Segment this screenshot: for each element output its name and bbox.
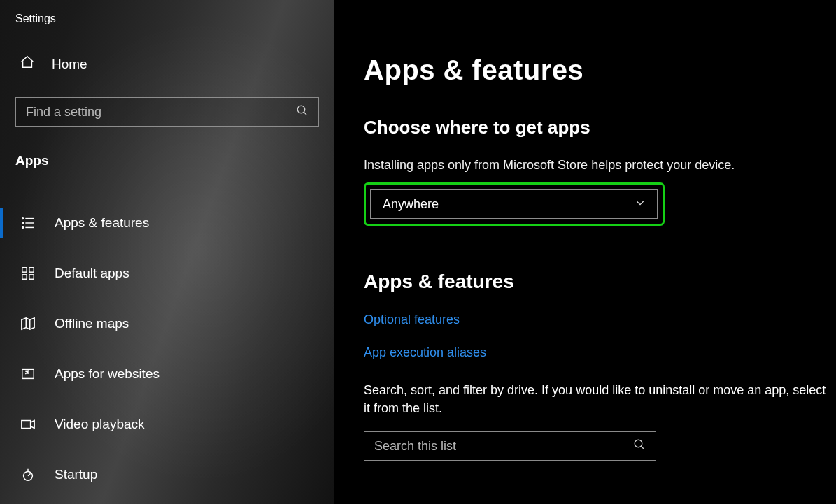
- nav-label: Offline maps: [55, 316, 129, 331]
- video-icon: [20, 417, 36, 432]
- svg-rect-11: [29, 275, 34, 279]
- svg-line-20: [28, 473, 31, 476]
- apps-features-subheading: Apps & features: [364, 271, 836, 293]
- search-icon: [633, 438, 646, 454]
- sidebar-item-apps-features[interactable]: Apps & features: [0, 198, 334, 248]
- app-execution-aliases-link[interactable]: App execution aliases: [364, 345, 486, 360]
- home-nav[interactable]: Home: [0, 25, 334, 73]
- svg-rect-10: [22, 275, 27, 279]
- svg-marker-12: [22, 318, 34, 330]
- svg-point-7: [22, 227, 24, 229]
- svg-line-1: [304, 112, 306, 115]
- svg-point-22: [635, 440, 642, 447]
- list-icon: [20, 215, 36, 231]
- settings-sidebar: Settings Home Apps: [0, 0, 334, 504]
- choose-where-value: Anywhere: [383, 197, 439, 212]
- open-external-icon: [20, 366, 36, 382]
- chevron-down-icon: [635, 197, 646, 211]
- sidebar-search: [15, 97, 319, 127]
- svg-point-6: [22, 222, 24, 224]
- svg-line-23: [641, 446, 644, 449]
- app-list-search: [364, 431, 656, 461]
- home-label: Home: [52, 57, 87, 72]
- nav-label: Apps for websites: [55, 366, 160, 382]
- home-icon: [20, 55, 35, 73]
- choose-where-highlight: Anywhere: [364, 182, 665, 226]
- page-title: Apps & features: [364, 55, 836, 86]
- svg-point-19: [24, 471, 33, 480]
- sidebar-nav: Apps & features Default apps: [0, 198, 334, 500]
- nav-label: Startup: [55, 467, 97, 482]
- svg-marker-18: [31, 421, 34, 429]
- sidebar-item-offline-maps[interactable]: Offline maps: [0, 298, 334, 349]
- window-title: Settings: [0, 0, 334, 25]
- app-list-search-input[interactable]: [374, 439, 633, 454]
- nav-label: Apps & features: [55, 215, 149, 231]
- sidebar-item-startup[interactable]: Startup: [0, 449, 334, 500]
- find-setting-input-wrap[interactable]: [15, 97, 319, 127]
- nav-label: Video playback: [55, 417, 145, 432]
- grid-icon: [20, 266, 36, 281]
- choose-where-heading: Choose where to get apps: [364, 117, 836, 138]
- nav-label: Default apps: [55, 266, 129, 281]
- svg-point-0: [297, 106, 305, 113]
- startup-icon: [20, 467, 36, 482]
- svg-rect-8: [22, 268, 27, 272]
- sidebar-item-default-apps[interactable]: Default apps: [0, 248, 334, 298]
- search-icon: [296, 104, 309, 120]
- app-list-search-box[interactable]: [364, 431, 656, 461]
- optional-features-link[interactable]: Optional features: [364, 312, 460, 327]
- choose-where-helper: Installing apps only from Microsoft Stor…: [364, 158, 836, 173]
- choose-where-select[interactable]: Anywhere: [370, 189, 658, 219]
- map-icon: [20, 316, 36, 331]
- svg-rect-9: [29, 268, 34, 272]
- sidebar-item-apps-websites[interactable]: Apps for websites: [0, 349, 334, 399]
- sidebar-section-label: Apps: [0, 127, 334, 168]
- svg-point-5: [22, 218, 24, 219]
- main-panel: Apps & features Choose where to get apps…: [334, 0, 836, 504]
- list-description: Search, sort, and filter by drive. If yo…: [364, 381, 833, 417]
- find-setting-input[interactable]: [26, 105, 296, 120]
- sidebar-item-video-playback[interactable]: Video playback: [0, 399, 334, 449]
- svg-rect-17: [22, 421, 31, 429]
